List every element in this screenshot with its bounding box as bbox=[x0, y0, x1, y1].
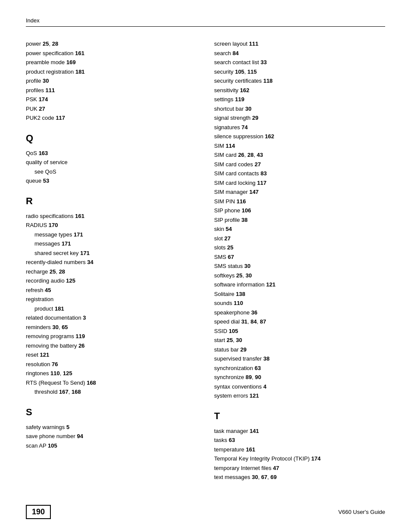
page-ref: 3 bbox=[83, 314, 86, 321]
page-ref: 90 bbox=[255, 374, 261, 380]
index-entry: recharge 25, 28 bbox=[26, 268, 197, 276]
page-ref: 94 bbox=[77, 433, 83, 439]
entry-text: PSK bbox=[26, 96, 39, 103]
page-ref: 121 bbox=[249, 392, 259, 399]
page-ref: 171 bbox=[74, 231, 83, 238]
index-entry: shared secret key 171 bbox=[26, 249, 197, 258]
index-entry: SIM 114 bbox=[214, 142, 385, 150]
entry-text: slots bbox=[214, 244, 227, 251]
entry-text: threshold bbox=[34, 389, 59, 395]
page-ref: 30 bbox=[246, 272, 252, 279]
page-ref: 74 bbox=[242, 124, 248, 131]
entry-text: reset bbox=[26, 352, 40, 358]
entry-text: speed dial bbox=[214, 318, 241, 325]
section-letter-t: T bbox=[214, 411, 385, 422]
page-ref: 87 bbox=[260, 318, 266, 325]
index-entry: RADIUS 170 bbox=[26, 221, 197, 230]
entry-text: SIM card bbox=[214, 152, 238, 158]
index-entry: screen layout 111 bbox=[214, 40, 385, 48]
index-entry: refresh 45 bbox=[26, 286, 197, 295]
page-ref: 105 bbox=[229, 328, 238, 334]
right-column: screen layout 111search 84search contact… bbox=[214, 40, 385, 482]
entry-text: security certificates bbox=[214, 78, 263, 84]
page-ref: 4 bbox=[263, 383, 266, 390]
page-ref: 25 bbox=[227, 244, 233, 251]
index-entry: safety warnings 5 bbox=[26, 423, 197, 432]
entry-text: temperature bbox=[214, 446, 246, 453]
page-ref: 27 bbox=[224, 235, 230, 242]
page-ref: 84 bbox=[233, 50, 239, 56]
index-entry: radio specifications 161 bbox=[26, 212, 197, 221]
left-column: power 25, 28power specification 161pream… bbox=[26, 40, 197, 482]
index-entry: SIM card 26, 28, 43 bbox=[214, 151, 385, 159]
page-header: Index bbox=[26, 17, 385, 27]
index-entry: security certificates 118 bbox=[214, 77, 385, 85]
entry-text: RADIUS bbox=[26, 222, 49, 228]
page-ref: 174 bbox=[311, 455, 321, 462]
index-entry: signal strength 29 bbox=[214, 114, 385, 122]
index-entry: reminders 30, 65 bbox=[26, 323, 197, 332]
entry-text: shortcut bar bbox=[214, 106, 245, 112]
entry-text: skin bbox=[214, 226, 226, 232]
index-entry: Solitaire 138 bbox=[214, 290, 385, 299]
entry-text: SMS status bbox=[214, 263, 244, 269]
entry-text: screen layout bbox=[214, 40, 249, 47]
page-ref: 67 bbox=[261, 474, 267, 480]
index-entry: start 25, 30 bbox=[214, 336, 385, 345]
page-ref: 118 bbox=[263, 78, 273, 84]
entry-text: syntax conventions bbox=[214, 383, 263, 390]
entry-text: profiles bbox=[26, 87, 46, 93]
page-ref: 117 bbox=[56, 115, 65, 121]
page-ref: 38 bbox=[241, 217, 247, 223]
index-entry: temporary Internet files 47 bbox=[214, 464, 385, 473]
page-ref: 117 bbox=[257, 180, 267, 186]
entry-text: SIM PIN bbox=[214, 198, 237, 205]
index-entry: SIP profile 38 bbox=[214, 216, 385, 224]
index-entry: SIM manager 147 bbox=[214, 188, 385, 196]
index-entry: reset 121 bbox=[26, 351, 197, 359]
page-ref: 121 bbox=[266, 281, 276, 288]
entry-text: SMS bbox=[214, 254, 228, 260]
entry-text: resolution bbox=[26, 361, 52, 367]
entry-text: search contact list bbox=[214, 59, 261, 65]
index-entry: removing programs 119 bbox=[26, 332, 197, 341]
page-ref: 163 bbox=[39, 150, 48, 156]
page-ref: 138 bbox=[236, 291, 246, 297]
page-ref: 105 bbox=[48, 442, 57, 449]
entry-text: signatures bbox=[214, 124, 242, 131]
page-ref: 30 bbox=[236, 337, 242, 343]
entry-text: removing programs bbox=[26, 333, 76, 339]
index-entry: SIP phone 106 bbox=[214, 206, 385, 215]
entry-text: SIM card locking bbox=[214, 180, 257, 186]
page-ref: 43 bbox=[257, 152, 263, 158]
page-ref: 111 bbox=[46, 87, 55, 93]
entry-text: profile bbox=[26, 78, 43, 84]
entry-text: SIM card codes bbox=[214, 161, 255, 168]
page-ref: 33 bbox=[261, 59, 267, 65]
entry-text: SIP phone bbox=[214, 207, 242, 214]
index-entry: power specification 161 bbox=[26, 49, 197, 58]
page-ref: 115 bbox=[247, 68, 257, 75]
entry-text: task manager bbox=[214, 428, 249, 434]
entry-text: status bar bbox=[214, 346, 240, 353]
index-entry: removing the battery 26 bbox=[26, 342, 197, 350]
page-ref: 141 bbox=[249, 428, 259, 434]
index-entry: software information 121 bbox=[214, 280, 385, 289]
page-ref: 29 bbox=[252, 115, 258, 121]
page-ref: 76 bbox=[52, 361, 58, 367]
page-ref: 169 bbox=[66, 59, 76, 65]
index-entry: Temporal Key Integrity Protocol (TKIP) 1… bbox=[214, 454, 385, 463]
entry-text: safety warnings bbox=[26, 424, 66, 430]
index-entry: text messages 30, 67, 69 bbox=[214, 473, 385, 482]
page-ref: 25 bbox=[43, 40, 49, 47]
page-ref: 105 bbox=[235, 68, 244, 75]
index-entry: messages 171 bbox=[26, 240, 197, 248]
entry-text: SIP profile bbox=[214, 217, 241, 223]
index-entry: registration bbox=[26, 295, 197, 304]
index-entry: message types 171 bbox=[26, 230, 197, 239]
index-entry: see QoS bbox=[26, 168, 197, 176]
section-letter-s: S bbox=[26, 407, 197, 418]
index-entry: syntax conventions 4 bbox=[214, 383, 385, 391]
page-ref: 5 bbox=[66, 424, 69, 430]
entry-text: registration bbox=[26, 296, 53, 302]
